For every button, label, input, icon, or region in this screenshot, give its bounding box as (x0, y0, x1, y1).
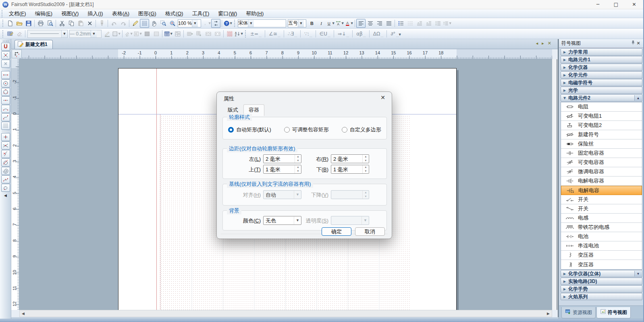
symbol-group-化学手势[interactable]: ▶化学手势 (561, 285, 642, 293)
para-spacing-button[interactable] (433, 19, 442, 28)
symbol-item-电解电容[interactable]: 电解电容 (561, 186, 642, 195)
delete-button[interactable] (85, 19, 94, 28)
margin-spinner-T[interactable]: 1 毫米▲▼ (263, 165, 301, 174)
scroll-down-icon[interactable]: ▼ (634, 271, 642, 276)
maximize-button[interactable]: □ (607, 0, 625, 9)
symbol-item-变压器[interactable]: 变压器 (561, 251, 642, 260)
math-palette-ΔΩ[interactable]: ΔΩ… (371, 31, 385, 37)
symbol-group-化学仪器(立体)[interactable]: ▶化学仪器(立体)▼ (561, 270, 642, 277)
table-layout-button[interactable] (173, 29, 182, 38)
menu-t[interactable]: 工具(T) (188, 9, 214, 18)
symbol-item-微调电容器[interactable]: 微调电容器 (561, 167, 642, 177)
menu-o[interactable]: 格式(O) (161, 9, 188, 18)
menu-w[interactable]: 窗口(W) (214, 9, 241, 18)
dot-grid-tool[interactable] (1, 122, 10, 130)
symbol-item-保险丝[interactable]: 保险丝 (561, 139, 642, 149)
text-direction-button[interactable] (211, 19, 220, 28)
menu-i[interactable]: 插入(I) (83, 9, 107, 18)
spiral-tool[interactable] (1, 167, 10, 175)
symbol-item-可变电阻1[interactable]: 可变电阻1 (561, 112, 642, 121)
ok-button[interactable]: 确定 (322, 227, 351, 236)
save-button[interactable] (24, 19, 33, 28)
help-button[interactable]: ?▼ (223, 19, 233, 28)
menu-f[interactable]: 文档(F) (4, 9, 31, 18)
symbol-item-新建符号[interactable]: 新建符号 (561, 130, 642, 139)
symbol-group-化学仪器[interactable]: ▶化学仪器 (561, 64, 642, 71)
horizontal-scrollbar[interactable]: ◀ ▶ (19, 310, 552, 317)
document-tab[interactable]: 新建文档1 (15, 40, 53, 49)
cell-align-button[interactable]: ▼ (133, 29, 142, 38)
pin-icon[interactable] (629, 40, 635, 47)
symbol-item-串连电池[interactable]: 串连电池 (561, 241, 642, 251)
math-palette-±=[interactable]: ±=… (248, 31, 264, 37)
toolbar-grip[interactable] (2, 19, 4, 27)
grid-toggle-button[interactable] (140, 19, 149, 28)
circle-center-tool[interactable] (1, 79, 10, 87)
minimize-button[interactable]: ─ (589, 0, 607, 9)
symbol-group-力学常用[interactable]: ▶力学常用 (561, 48, 642, 56)
baseline-descent-spinner[interactable]: ▲▼ (331, 190, 369, 199)
menu-h[interactable]: 帮助(H) (241, 9, 268, 18)
scroll-left-arrow-icon[interactable]: ◀ (20, 312, 27, 316)
line-spacing-button[interactable]: ▼ (442, 19, 452, 28)
panel-tab-资源视图[interactable]: 资源视图 (561, 307, 596, 318)
toolbar-grip[interactable] (245, 30, 247, 38)
panel-tab-符号视图[interactable]: 符号视图 (596, 307, 631, 318)
panel-close-icon[interactable]: ✕ (635, 41, 642, 46)
copy-button[interactable] (66, 19, 76, 28)
menu-g[interactable]: 图形(G) (134, 9, 161, 18)
erase-point-tool[interactable] (1, 60, 10, 68)
zoom-dynamic-button[interactable] (168, 19, 177, 28)
snap-grid-button[interactable] (225, 29, 234, 38)
pen-color-button[interactable] (102, 29, 112, 38)
merge-cells-button[interactable] (213, 29, 222, 38)
align-right-button[interactable] (375, 19, 384, 28)
drawing-toolbar-grip[interactable] (2, 40, 9, 42)
margin-spinner-L[interactable]: 2 毫米▲▼ (263, 154, 301, 163)
insert-table-button[interactable]: ▼ (164, 29, 173, 38)
tab-scroll-left-icon[interactable]: ◂ (536, 41, 538, 46)
undo-button[interactable] (109, 19, 118, 28)
redo-button[interactable] (118, 19, 128, 28)
symbol-group-化学元件[interactable]: ▶化学元件 (561, 71, 642, 79)
math-palette-∴∃[interactable]: ∴∃… (285, 31, 299, 37)
underline-button[interactable]: U▼ (326, 19, 335, 28)
symbol-item-电阻[interactable]: 电阻 (561, 102, 642, 112)
dialog-close-icon[interactable]: ✕ (380, 94, 385, 101)
paste-button[interactable] (76, 19, 85, 28)
spinner-arrows-icon[interactable]: ▲▼ (362, 165, 369, 173)
cancel-button[interactable]: 取消 (355, 227, 385, 236)
vertical-scrollbar-thumb[interactable] (557, 59, 557, 310)
symbol-group-光学[interactable]: ▶光学 (561, 87, 642, 94)
point-tool[interactable] (1, 133, 10, 141)
align-center-button[interactable] (366, 19, 375, 28)
punctuation-button[interactable]: ,▼ (202, 19, 211, 28)
math-palette-∠≅[interactable]: ∠≅… (266, 31, 283, 37)
toolbar-grip[interactable] (234, 19, 236, 27)
symbol-item-可变电阻2[interactable]: 可变电阻2 (561, 121, 642, 130)
symbol-group-电路元件2[interactable]: ▼电路元件2▲ (561, 94, 642, 102)
margin-spinner-R[interactable]: 2 毫米▲▼ (331, 154, 369, 163)
outline-radio-1[interactable]: 可调整包容矩形 (284, 126, 329, 133)
shading-dark-button[interactable] (142, 29, 152, 38)
symbol-item-电池[interactable]: 电池 (561, 232, 642, 241)
align-justify-button[interactable] (384, 19, 393, 28)
outline-radio-2[interactable]: 自定义多边形 (342, 126, 381, 133)
intersect-point-tool[interactable] (1, 51, 10, 59)
align-left-button[interactable] (356, 19, 366, 28)
symbol-item-带铁芯的电感[interactable]: 带铁芯的电感 (561, 223, 642, 232)
font-color-button[interactable]: A▼ (344, 19, 353, 28)
horizontal-ruler[interactable]: -2-10123456789101112131415161718 (19, 49, 552, 59)
magnet-tool[interactable] (1, 43, 10, 51)
outline-radio-0[interactable]: 自动矩形(默认) (228, 126, 271, 133)
line-style-combo[interactable]: ▼ (27, 30, 68, 38)
indent-increase-button[interactable] (424, 19, 433, 28)
font-combo[interactable]: 宋体▼ (238, 19, 286, 27)
toolbar-collapse-arrow[interactable]: ◀ (2, 193, 9, 200)
bezier-tool[interactable] (1, 113, 10, 121)
double-curve-tool[interactable] (1, 175, 10, 183)
font-size-combo[interactable]: 五号▼ (288, 19, 306, 27)
line-width-combo[interactable]: — 0.2mm▼ (69, 30, 102, 38)
fill-rotate-button[interactable]: ▼ (124, 29, 133, 38)
math-palette-∈U[interactable]: ∈U… (317, 31, 332, 37)
